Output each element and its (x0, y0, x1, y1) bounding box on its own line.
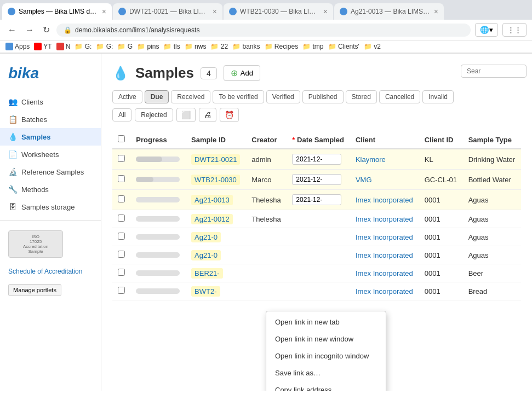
filter-published[interactable]: Published (302, 90, 344, 103)
bm-nws[interactable]: 📁 nws (185, 43, 207, 50)
sidebar-item-samples[interactable]: 💧 Samples (0, 128, 101, 146)
date-sampled-input[interactable] (292, 194, 341, 205)
client-link[interactable]: Imex Incorporated (356, 269, 413, 277)
bm-22[interactable]: 📁 22 (210, 43, 228, 50)
add-button[interactable]: ⊕ Add (224, 65, 260, 81)
sample-id-link[interactable]: Ag21-0012 (191, 214, 233, 224)
context-open-new-tab[interactable]: Open link in new tab (266, 314, 386, 331)
col-sample-type[interactable]: Sample Type (463, 131, 521, 149)
back-button[interactable]: ← (5, 24, 19, 36)
sample-id-link[interactable]: Ag21-0013 (191, 195, 233, 205)
bm-tls[interactable]: 📁 tls (163, 43, 180, 50)
client-link[interactable]: Imex Incorporated (356, 215, 413, 223)
filter-invalid[interactable]: Invalid (422, 90, 454, 103)
sample-id-link[interactable]: Ag21-0 (191, 232, 221, 242)
col-client-id[interactable]: Client ID (419, 131, 463, 149)
address-bar[interactable]: 🔒 demo.bikalabs.com/lims1/analysisreques… (56, 24, 471, 37)
sidebar-item-methods[interactable]: 🔧 Methods (0, 181, 101, 198)
tab-close-ag21[interactable]: × (434, 7, 438, 16)
sidebar-label-methods: Methods (21, 186, 49, 194)
bm-clients[interactable]: 📁 Clients' (328, 43, 359, 50)
context-save-link[interactable]: Save link as… (266, 364, 386, 381)
client-link[interactable]: Klaymore (356, 155, 386, 164)
filter-to-be-verified[interactable]: To be verified (213, 90, 264, 103)
cell-sample-id: DWT21-0021 (186, 149, 246, 170)
apps-button[interactable]: ⋮⋮ (502, 23, 527, 37)
sample-id-link[interactable]: WTB21-0030 (191, 175, 240, 185)
bm-n[interactable]: N (56, 43, 71, 50)
schedule-accreditation-link[interactable]: Schedule of Accreditation (0, 263, 101, 280)
bm-tmp[interactable]: 📁 tmp (302, 43, 323, 50)
sidebar-item-batches[interactable]: 📋 Batches (0, 111, 101, 128)
bm-g[interactable]: 📁 G (117, 43, 133, 50)
date-sampled-input[interactable] (292, 174, 341, 185)
print-icon-btn[interactable]: 🖨 (199, 108, 216, 122)
tab-close-dwt21[interactable]: × (213, 7, 217, 16)
forward-button[interactable]: → (23, 24, 36, 36)
manage-portlets-button[interactable]: Manage portlets (8, 284, 61, 296)
col-progress[interactable]: Progress (130, 131, 186, 149)
bm-pins[interactable]: 📁 pins (137, 43, 159, 50)
col-client[interactable]: Client (350, 131, 419, 149)
context-open-new-window[interactable]: Open link in new window (266, 331, 386, 347)
row-checkbox[interactable] (118, 215, 125, 222)
filter-verified[interactable]: Verified (266, 90, 300, 103)
sidebar-item-worksheets[interactable]: 📄 Worksheets (0, 146, 101, 163)
sidebar-item-clients[interactable]: 👥 Clients (0, 93, 101, 111)
account-button[interactable]: 🌐▾ (475, 23, 498, 37)
col-creator[interactable]: Creator (246, 131, 287, 149)
sample-id-link[interactable]: DWT21-0021 (191, 154, 240, 165)
table-row: BER21-Imex Incorporated0001Beer (112, 264, 521, 282)
bm-g-colon[interactable]: 📁 G: (75, 43, 91, 50)
tab-close-wtb21[interactable]: × (323, 7, 328, 16)
row-checkbox[interactable] (118, 251, 125, 258)
context-copy-link[interactable]: Copy link address (266, 381, 386, 391)
sample-id-link[interactable]: Ag21-0 (191, 250, 221, 260)
bm-recipes[interactable]: 📁 Recipes (265, 43, 299, 50)
sample-id-link[interactable]: BWT2- (191, 286, 220, 297)
sidebar-item-reference-samples[interactable]: 🔬 Reference Samples (0, 163, 101, 181)
filter-cancelled[interactable]: Cancelled (379, 90, 420, 103)
filter-due[interactable]: Due (145, 90, 169, 103)
filter-rejected[interactable]: Rejected (135, 108, 173, 121)
client-link[interactable]: Imex Incorporated (356, 287, 413, 296)
tab-ag21[interactable]: Ag21-0013 — Bika LIMS d… × (334, 3, 444, 20)
row-checkbox[interactable] (118, 155, 125, 162)
context-open-incognito[interactable]: Open link in incognito window (266, 347, 386, 364)
clock-icon-btn[interactable]: ⏰ (220, 108, 239, 122)
row-checkbox[interactable] (118, 195, 125, 202)
filter-all[interactable]: All (112, 108, 131, 121)
row-checkbox[interactable] (118, 269, 125, 276)
bm-apps[interactable]: Apps (5, 43, 30, 50)
row-checkbox[interactable] (118, 287, 125, 294)
tab-samples[interactable]: Samples — Bika LIMS dem… × (2, 3, 112, 20)
client-link[interactable]: VMG (356, 176, 372, 184)
row-checkbox[interactable] (118, 175, 125, 182)
cell-sample-type: Bread (463, 282, 521, 300)
sample-id-link[interactable]: BER21- (191, 268, 223, 279)
bm-v2[interactable]: 📁 v2 (364, 43, 381, 50)
copy-icon-btn[interactable]: ⬜ (176, 108, 196, 122)
sidebar-item-samples-storage[interactable]: 🗄 Samples storage (0, 198, 101, 216)
bm-banks[interactable]: 📁 banks (232, 43, 260, 50)
bm-yt[interactable]: YT (34, 43, 52, 50)
filter-active[interactable]: Active (112, 90, 142, 103)
select-all-checkbox[interactable] (118, 135, 125, 142)
filter-stored[interactable]: Stored (346, 90, 377, 103)
col-date-sampled[interactable]: Date Sampled (287, 131, 350, 149)
row-checkbox[interactable] (118, 233, 125, 240)
tab-wtb21[interactable]: WTB21-0030 — Bika LIMS… × (224, 3, 333, 20)
client-link[interactable]: Imex Incorporated (356, 251, 413, 259)
filter-received[interactable]: Received (171, 90, 210, 103)
cell-client-id: 0001 (419, 228, 463, 246)
tab-close-samples[interactable]: × (102, 7, 106, 16)
client-link[interactable]: Imex Incorporated (356, 233, 413, 241)
col-sample-id[interactable]: Sample ID (186, 131, 246, 149)
reload-button[interactable]: ↻ (41, 24, 52, 36)
bm-g-folder[interactable]: 📁 G: (96, 43, 113, 50)
client-link[interactable]: Imex Incorporated (356, 196, 413, 204)
search-input[interactable] (461, 65, 527, 78)
tab-dwt21[interactable]: DWT21-0021 — Bika LIMS… × (113, 3, 222, 20)
cell-client: Imex Incorporated (350, 228, 419, 246)
date-sampled-input[interactable] (292, 154, 341, 165)
